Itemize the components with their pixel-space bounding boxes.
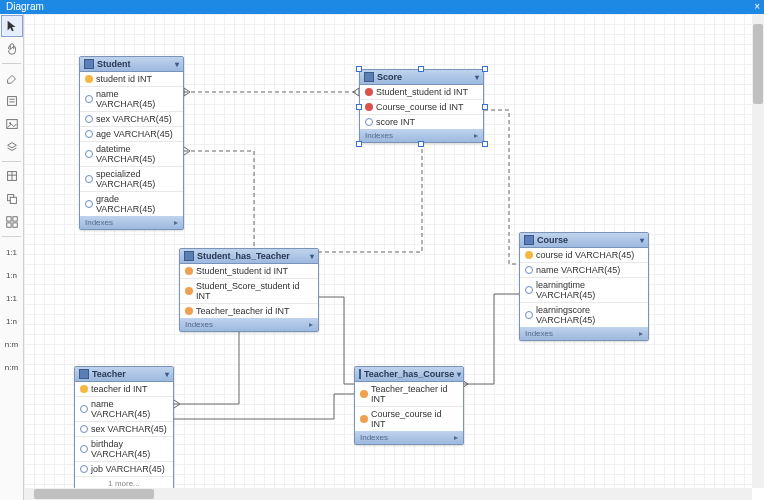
svg-rect-13 (12, 223, 16, 227)
entity-body: student id INT name VARCHAR(45) sex VARC… (80, 72, 183, 216)
entity-body: Teacher_teacher id INT Course_course id … (355, 382, 463, 431)
attr-icon (365, 118, 373, 126)
title-bar: Diagram × (0, 0, 764, 14)
selection-handle[interactable] (356, 104, 362, 110)
entity-teacher-has-course[interactable]: Teacher_has_Course ▾ Teacher_teacher id … (354, 366, 464, 445)
entity-student-has-teacher[interactable]: Student_has_Teacher ▾ Student_student id… (179, 248, 319, 332)
indexes-section[interactable]: Indexes▸ (355, 431, 463, 444)
column: birthday VARCHAR(45) (75, 437, 173, 462)
chevron-down-icon[interactable]: ▾ (175, 60, 179, 69)
column: datetime VARCHAR(45) (80, 142, 183, 167)
entity-header[interactable]: Student ▾ (80, 57, 183, 72)
entity-teacher[interactable]: Teacher ▾ teacher id INT name VARCHAR(45… (74, 366, 174, 488)
column: name VARCHAR(45) (520, 263, 648, 278)
column: teacher id INT (75, 382, 173, 397)
horizontal-scrollbar[interactable] (24, 488, 752, 500)
relation-n-m-a[interactable]: n:m (1, 332, 23, 354)
grid-tool[interactable] (1, 211, 23, 233)
column: Course_course id INT (355, 407, 463, 431)
indexes-section[interactable]: Indexes▸ (180, 318, 318, 331)
entity-body: teacher id INT name VARCHAR(45) sex VARC… (75, 382, 173, 488)
chevron-down-icon[interactable]: ▾ (475, 73, 479, 82)
attr-icon (85, 115, 93, 123)
table-icon (79, 369, 89, 379)
entity-course[interactable]: Course ▾ course id VARCHAR(45) name VARC… (519, 232, 649, 341)
column: Student_Score_student id INT (180, 279, 318, 304)
entity-header[interactable]: Course ▾ (520, 233, 648, 248)
hand-tool[interactable] (1, 38, 23, 60)
table-tool[interactable] (1, 165, 23, 187)
attr-icon (80, 465, 88, 473)
scrollbar-thumb[interactable] (753, 24, 763, 104)
entity-title: Score (377, 72, 402, 82)
svg-rect-10 (6, 217, 10, 221)
entity-title: Student_has_Teacher (197, 251, 290, 261)
attr-icon (525, 266, 533, 274)
arrow-icon: ▸ (454, 433, 458, 442)
selection-handle[interactable] (482, 141, 488, 147)
attr-icon (525, 286, 533, 294)
attr-icon (85, 130, 93, 138)
entity-header[interactable]: Teacher_has_Course ▾ (355, 367, 463, 382)
attr-icon (80, 425, 88, 433)
indexes-section[interactable]: Indexes▸ (80, 216, 183, 229)
copy-tool[interactable] (1, 188, 23, 210)
svg-rect-0 (7, 97, 16, 106)
pointer-tool[interactable] (1, 15, 23, 37)
tool-palette: 1:1 1:n 1:1 1:n n:m n:m (0, 14, 24, 500)
note-tool[interactable] (1, 90, 23, 112)
svg-rect-11 (12, 217, 16, 221)
entity-title: Teacher_has_Course (364, 369, 454, 379)
eraser-tool[interactable] (1, 67, 23, 89)
vertical-scrollbar[interactable] (752, 14, 764, 488)
table-icon (364, 72, 374, 82)
pk-icon (85, 75, 93, 83)
index-icon (185, 287, 193, 295)
entity-student[interactable]: Student ▾ student id INT name VARCHAR(45… (79, 56, 184, 230)
selection-handle[interactable] (356, 66, 362, 72)
attr-icon (80, 445, 88, 453)
image-tool[interactable] (1, 113, 23, 135)
window-title: Diagram (6, 1, 44, 12)
table-icon (524, 235, 534, 245)
svg-rect-12 (6, 223, 10, 227)
relation-1-1-a[interactable]: 1:1 (1, 240, 23, 262)
table-icon (84, 59, 94, 69)
index-icon (360, 390, 368, 398)
chevron-down-icon[interactable]: ▾ (457, 370, 461, 379)
pk-icon (80, 385, 88, 393)
relation-1-n-b[interactable]: 1:n (1, 309, 23, 331)
column: sex VARCHAR(45) (80, 112, 183, 127)
indexes-section[interactable]: Indexes▸ (520, 327, 648, 340)
entity-header[interactable]: Score ▾ (360, 70, 483, 85)
column: student id INT (80, 72, 183, 87)
arrow-icon: ▸ (639, 329, 643, 338)
column: course id VARCHAR(45) (520, 248, 648, 263)
close-icon[interactable]: × (754, 0, 760, 14)
column: learningscore VARCHAR(45) (520, 303, 648, 327)
selection-handle[interactable] (482, 66, 488, 72)
selection-handle[interactable] (418, 66, 424, 72)
diagram-canvas[interactable]: Student ▾ student id INT name VARCHAR(45… (24, 14, 752, 488)
scrollbar-thumb[interactable] (34, 489, 154, 499)
entity-header[interactable]: Student_has_Teacher ▾ (180, 249, 318, 264)
svg-rect-9 (10, 197, 16, 203)
entity-header[interactable]: Teacher ▾ (75, 367, 173, 382)
relation-1-n-a[interactable]: 1:n (1, 263, 23, 285)
chevron-down-icon[interactable]: ▾ (640, 236, 644, 245)
chevron-down-icon[interactable]: ▾ (165, 370, 169, 379)
canvas-container: Student ▾ student id INT name VARCHAR(45… (24, 14, 752, 488)
selection-handle[interactable] (482, 104, 488, 110)
selection-handle[interactable] (356, 141, 362, 147)
attr-icon (85, 175, 93, 183)
relation-1-1-b[interactable]: 1:1 (1, 286, 23, 308)
attr-icon (85, 95, 93, 103)
layer-tool[interactable] (1, 136, 23, 158)
relation-n-m-b[interactable]: n:m (1, 355, 23, 377)
more-columns[interactable]: 1 more... (75, 477, 173, 488)
chevron-down-icon[interactable]: ▾ (310, 252, 314, 261)
entity-score[interactable]: Score ▾ Student_student id INT Course_co… (359, 69, 484, 143)
selection-handle[interactable] (418, 141, 424, 147)
column: age VARCHAR(45) (80, 127, 183, 142)
table-icon (184, 251, 194, 261)
